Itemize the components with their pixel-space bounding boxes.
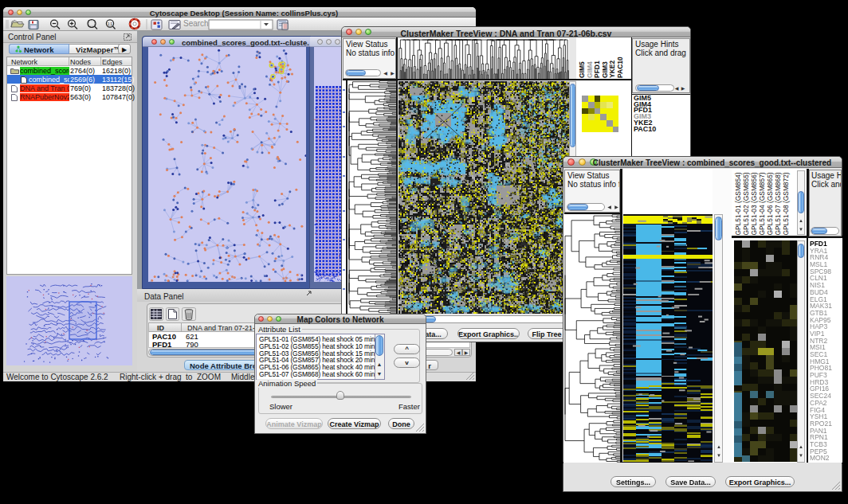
svg-text:GIM5: GIM5 bbox=[578, 61, 586, 78]
svg-text:YKE2: YKE2 bbox=[608, 61, 616, 78]
svg-text:PAC10: PAC10 bbox=[616, 57, 624, 78]
svg-text:GIM3: GIM3 bbox=[601, 61, 609, 78]
svg-text:Search:: Search: bbox=[183, 19, 210, 28]
svg-text:1:1: 1:1 bbox=[108, 22, 113, 26]
svg-text:GIM4: GIM4 bbox=[586, 61, 594, 78]
svg-text:PFD1: PFD1 bbox=[593, 61, 601, 78]
